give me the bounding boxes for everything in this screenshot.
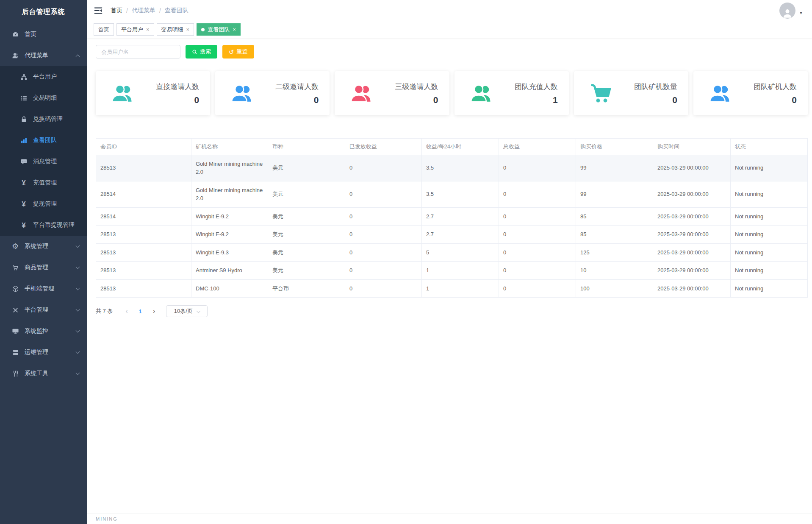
cell-status: Not running xyxy=(731,181,808,207)
prev-page-icon[interactable]: ‹ xyxy=(120,307,133,315)
cell-released-income: 0 xyxy=(345,279,422,298)
table-row: 28513 Gold Miner mining machine 2.0 美元 0… xyxy=(96,155,808,181)
sidebar-item-withdraw[interactable]: ¥ 提现管理 xyxy=(0,193,87,215)
close-tab-icon[interactable]: × xyxy=(186,26,190,33)
cell-total-income: 0 xyxy=(499,155,576,181)
stat-card-team-miner-users: 团队矿机人数0 xyxy=(693,71,808,115)
cart-icon xyxy=(589,81,613,105)
chevron-down-icon xyxy=(76,307,80,312)
cell-currency: 美元 xyxy=(268,207,345,226)
sidebar-item-label: 提现管理 xyxy=(33,200,79,208)
table-row: 28513 Wingbit E-9.2 美元 0 2.7 0 85 2025-0… xyxy=(96,226,808,244)
breadcrumb-separator: / xyxy=(159,7,161,14)
page-size-select[interactable]: 10条/页 xyxy=(166,305,208,317)
column-header: 状态 xyxy=(731,139,808,155)
sidebar-item-system-management[interactable]: ⚙ 系统管理 xyxy=(0,236,87,257)
cell-total-income: 0 xyxy=(499,262,576,280)
stat-card-level3-invites: 三级邀请人数0 xyxy=(335,71,449,115)
sidebar-item-view-team[interactable]: 查看团队 xyxy=(0,130,87,151)
sidebar-item-redeem-codes[interactable]: 兑换码管理 xyxy=(0,109,87,130)
cell-purchase-price: 99 xyxy=(576,155,653,181)
close-tab-icon[interactable]: × xyxy=(146,26,150,33)
sidebar-item-label: 充值管理 xyxy=(33,179,79,187)
cell-miner-name: Wingbit E-9.2 xyxy=(191,207,268,226)
tab-label: 交易明细 xyxy=(161,26,183,33)
avatar[interactable] xyxy=(779,3,795,19)
sidebar-item-system-tools[interactable]: 系统工具 xyxy=(0,363,87,384)
page-content: 搜索 ↺ 重置 直接邀请人数0 二级邀请人数0 xyxy=(87,38,812,513)
sidebar-item-goods-management[interactable]: 商品管理 xyxy=(0,257,87,278)
sidebar-item-platform-management[interactable]: 平台管理 xyxy=(0,299,87,321)
sidebar-item-label: 运维管理 xyxy=(25,348,76,356)
cell-miner-name: DMC-100 xyxy=(191,279,268,298)
caret-down-icon[interactable]: ▾ xyxy=(800,10,802,16)
search-button-label: 搜索 xyxy=(200,48,211,56)
breadcrumb-agent-menu[interactable]: 代理菜单 xyxy=(132,7,155,14)
cell-released-income: 0 xyxy=(345,155,422,181)
sidebar-item-agent-menu[interactable]: 代理菜单 xyxy=(0,45,87,66)
cell-member-id: 28514 xyxy=(96,181,191,207)
sidebar-item-system-monitor[interactable]: 系统监控 xyxy=(0,321,87,342)
sidebar-item-label: 交易明细 xyxy=(33,94,79,102)
cell-miner-name: Wingbit E-9.3 xyxy=(191,243,268,262)
sidebar-item-platform-users[interactable]: 平台用户 xyxy=(0,66,87,87)
breadcrumb-current: 查看团队 xyxy=(165,7,188,14)
cell-purchase-time: 2025-03-29 00:00:00 xyxy=(653,226,731,244)
breadcrumb: 首页 / 代理菜单 / 查看团队 xyxy=(111,7,188,14)
tab-home[interactable]: 首页 xyxy=(94,23,114,36)
column-header: 已发放收益 xyxy=(345,139,422,155)
cell-status: Not running xyxy=(731,279,808,298)
footer-text: MINING xyxy=(96,516,118,521)
sidebar-item-ops-management[interactable]: 运维管理 xyxy=(0,342,87,363)
sidebar-item-transactions[interactable]: 交易明细 xyxy=(0,87,87,109)
sidebar-item-label: 系统工具 xyxy=(25,370,76,377)
cell-status: Not running xyxy=(731,226,808,244)
yen-icon: ¥ xyxy=(20,179,28,187)
cell-purchase-price: 85 xyxy=(576,226,653,244)
cell-released-income: 0 xyxy=(345,207,422,226)
chevron-down-icon xyxy=(76,286,80,290)
page-number[interactable]: 1 xyxy=(133,308,148,315)
sidebar-collapse-icon[interactable] xyxy=(94,6,103,15)
sidebar-item-messages[interactable]: 消息管理 xyxy=(0,151,87,172)
cell-purchase-time: 2025-03-29 00:00:00 xyxy=(653,279,731,298)
sidebar-item-home[interactable]: 首页 xyxy=(0,24,87,45)
stat-label: 团队矿机人数 xyxy=(754,83,797,91)
tab-platform-users[interactable]: 平台用户 × xyxy=(116,23,154,36)
reset-button[interactable]: ↺ 重置 xyxy=(222,45,254,59)
cell-currency: 美元 xyxy=(268,243,345,262)
next-page-icon[interactable]: › xyxy=(148,307,160,315)
chevron-down-icon xyxy=(76,371,80,375)
search-icon xyxy=(192,49,197,55)
sidebar-item-mobile-management[interactable]: 手机端管理 xyxy=(0,278,87,299)
app-title: 后台管理系统 xyxy=(0,0,87,24)
cell-member-id: 28513 xyxy=(96,243,191,262)
stat-cards: 直接邀请人数0 二级邀请人数0 三级邀请人数0 团队充值人数1 xyxy=(96,71,808,115)
reset-button-label: 重置 xyxy=(237,48,248,56)
close-tab-icon[interactable]: × xyxy=(233,26,236,33)
page-size-value: 10条/页 xyxy=(174,307,193,315)
member-username-input[interactable] xyxy=(96,45,180,59)
stat-value: 0 xyxy=(634,95,677,105)
navbar-right: ▾ xyxy=(779,3,802,19)
cell-income-per-24h: 2.7 xyxy=(422,226,499,244)
sidebar-item-platform-coin-withdraw[interactable]: ¥ 平台币提现管理 xyxy=(0,215,87,236)
tab-view-team[interactable]: 查看团队 × xyxy=(197,23,241,36)
cell-income-per-24h: 1 xyxy=(422,279,499,298)
column-header: 购买价格 xyxy=(576,139,653,155)
user-icon xyxy=(11,52,19,59)
users-icon xyxy=(350,81,374,105)
cell-purchase-time: 2025-03-29 00:00:00 xyxy=(653,155,731,181)
agent-submenu: 平台用户 交易明细 兑换码管理 查看团队 消息管理 ¥ xyxy=(0,66,87,236)
breadcrumb-home[interactable]: 首页 xyxy=(111,7,122,14)
sidebar-item-label: 平台管理 xyxy=(25,306,76,314)
column-header: 币种 xyxy=(268,139,345,155)
tab-transactions[interactable]: 交易明细 × xyxy=(157,23,194,36)
cell-status: Not running xyxy=(731,262,808,280)
column-header: 购买时间 xyxy=(653,139,731,155)
sidebar-item-recharge[interactable]: ¥ 充值管理 xyxy=(0,172,87,193)
search-button[interactable]: 搜索 xyxy=(186,45,217,59)
cell-status: Not running xyxy=(731,155,808,181)
cell-total-income: 0 xyxy=(499,207,576,226)
cell-purchase-price: 99 xyxy=(576,181,653,207)
